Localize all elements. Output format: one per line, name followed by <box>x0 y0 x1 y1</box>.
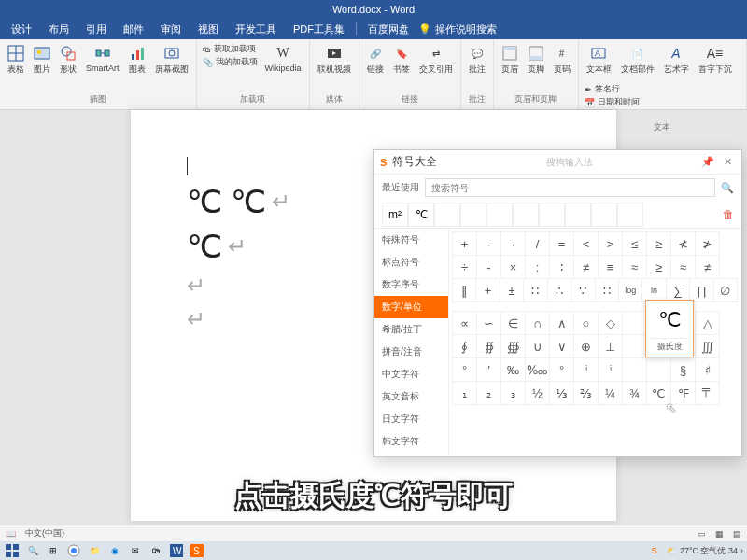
symbol-cell[interactable] <box>646 357 671 382</box>
status-language[interactable]: 中文(中国) <box>25 527 64 539</box>
ribbon-smartart[interactable]: SmartArt <box>84 43 121 75</box>
symbol-cell[interactable]: ⁱ <box>573 357 599 382</box>
menu-references[interactable]: 引用 <box>78 22 114 36</box>
ribbon-shapes[interactable]: 形状 <box>58 43 78 77</box>
category-item[interactable]: 数字序号 <box>374 273 448 296</box>
recent-symbol[interactable] <box>434 203 460 227</box>
symbol-cell[interactable]: + <box>475 278 500 302</box>
symbol-cell[interactable]: ½ <box>525 381 550 405</box>
symbol-cell[interactable]: ± <box>500 278 524 302</box>
search-icon[interactable]: 🔍 <box>721 182 734 194</box>
symbol-cell[interactable]: ∧ <box>549 311 574 335</box>
recent-symbol[interactable] <box>591 203 617 227</box>
ribbon-bookmark[interactable]: 🔖书签 <box>391 43 412 77</box>
ribbon-docparts[interactable]: 📄文档部件 <box>619 43 656 77</box>
category-item[interactable]: 希腊/拉丁 <box>374 318 448 341</box>
ribbon-get-addins[interactable]: 🛍获取加载项 <box>203 43 258 55</box>
recent-symbol[interactable] <box>617 203 643 227</box>
symbol-cell[interactable]: ≠ <box>695 255 720 279</box>
symbol-cell[interactable]: ∅ <box>713 278 738 302</box>
taskbar-store-icon[interactable]: 🛍 <box>148 543 164 558</box>
category-item[interactable]: 日文字符 <box>374 408 448 430</box>
symbol-cell[interactable] <box>622 357 647 382</box>
menu-mailings[interactable]: 邮件 <box>116 22 151 36</box>
symbol-cell[interactable]: × <box>500 255 526 279</box>
symbol-cell[interactable]: log <box>618 278 642 302</box>
symbol-cell[interactable]: ⅓ <box>549 381 574 405</box>
symbol-cell[interactable]: ≥ <box>646 255 671 279</box>
recent-symbol[interactable] <box>460 203 486 227</box>
symbol-cell[interactable]: ∷ <box>523 278 547 302</box>
trash-icon[interactable]: 🗑 <box>723 208 734 221</box>
recent-symbol[interactable] <box>565 203 591 227</box>
symbol-cell[interactable]: ∶ <box>549 255 574 279</box>
symbol-cell[interactable]: ◇ <box>598 311 623 335</box>
start-button[interactable] <box>4 543 21 558</box>
symbol-cell[interactable]: ≯ <box>695 231 720 256</box>
taskbar-edge-icon[interactable]: ◉ <box>106 543 123 558</box>
symbol-cell[interactable]: ÷ <box>452 255 477 279</box>
taskbar-word-icon[interactable]: W <box>168 543 185 558</box>
ribbon-chart[interactable]: 图表 <box>127 43 148 77</box>
symbol-cell[interactable]: ℃ <box>646 381 671 405</box>
symbol-cell[interactable]: ≤ <box>622 231 647 256</box>
symbol-cell[interactable]: ≈ <box>622 255 647 279</box>
symbol-cell[interactable]: ‱ <box>525 357 550 382</box>
symbol-cell[interactable]: ° <box>549 357 574 382</box>
symbol-cell[interactable]: ° <box>452 357 477 382</box>
symbol-cell[interactable] <box>622 311 647 335</box>
recent-symbol[interactable] <box>539 203 565 227</box>
menu-devtools[interactable]: 开发工具 <box>228 22 284 36</box>
menu-review[interactable]: 审阅 <box>153 22 189 36</box>
ribbon-wordart[interactable]: A艺术字 <box>662 43 691 77</box>
panel-titlebar[interactable]: S 符号大全 搜狗输入法 📌 ✕ <box>374 150 741 175</box>
symbol-cell[interactable]: ′ <box>476 357 501 382</box>
ribbon-dropcap[interactable]: A≡首字下沉 <box>697 43 734 77</box>
symbol-cell[interactable]: ∝ <box>452 311 477 335</box>
ribbon-pagenum[interactable]: #页码 <box>552 43 572 77</box>
ribbon-my-addins[interactable]: 📎我的加载项 <box>203 56 258 68</box>
status-book-icon[interactable]: 📖 <box>6 529 16 539</box>
recent-symbol[interactable]: ℃ <box>408 203 434 227</box>
ribbon-link[interactable]: 🔗链接 <box>365 43 386 77</box>
symbol-cell[interactable]: < <box>573 231 599 256</box>
symbol-cell[interactable]: ₁ <box>452 381 477 405</box>
symbol-cell[interactable]: △ <box>695 311 720 335</box>
recent-symbol[interactable] <box>513 203 539 227</box>
category-item[interactable]: 英文音标 <box>374 385 448 408</box>
symbol-cell[interactable]: ∮ <box>452 334 477 358</box>
taskbar-explorer-icon[interactable]: 📁 <box>86 543 103 558</box>
category-item[interactable]: 特殊符号 <box>374 229 448 251</box>
menu-view[interactable]: 视图 <box>190 22 226 36</box>
symbol-cell[interactable]: > <box>598 231 623 256</box>
category-item[interactable]: 数字/单位 <box>374 296 448 318</box>
symbol-cell[interactable]: ⊥ <box>598 334 623 358</box>
symbol-cell[interactable]: ℉ <box>670 381 696 405</box>
category-item[interactable]: 标点符号 <box>374 251 448 273</box>
symbol-cell[interactable]: / <box>525 231 550 256</box>
symbol-cell[interactable]: ♯ <box>695 357 720 382</box>
symbol-cell[interactable]: ∩ <box>525 311 550 335</box>
symbol-cell[interactable]: ∴ <box>547 278 571 302</box>
symbol-cell[interactable]: - <box>476 255 501 279</box>
symbol-cell[interactable]: ≮ <box>670 231 696 256</box>
tray-sogou-icon[interactable]: S <box>646 543 663 558</box>
symbol-cell[interactable]: § <box>670 357 696 382</box>
view-read-icon[interactable]: ▭ <box>698 529 706 539</box>
ribbon-table[interactable]: 表格 <box>6 43 26 77</box>
ribbon-header[interactable]: 页眉 <box>500 43 520 77</box>
recent-symbol[interactable] <box>486 203 513 227</box>
taskbar-taskview-icon[interactable]: ⊞ <box>45 543 62 558</box>
symbol-cell[interactable]: ≠ <box>573 255 599 279</box>
symbol-cell[interactable]: : <box>525 255 550 279</box>
symbol-cell[interactable]: - <box>476 231 501 256</box>
ribbon-textbox[interactable]: A文本框 <box>585 43 613 77</box>
taskbar-weather[interactable]: ⛅27°C 空气优 34› <box>667 545 743 557</box>
symbol-cell[interactable]: ₂ <box>476 381 501 405</box>
menu-design[interactable]: 设计 <box>4 22 39 36</box>
symbol-cell[interactable]: ∷ <box>595 278 619 302</box>
tell-me-search[interactable]: 💡 操作说明搜索 <box>418 22 497 36</box>
symbol-cell[interactable]: ⅔ <box>573 381 599 405</box>
menu-baidu[interactable]: 百度网盘 <box>360 22 416 36</box>
ribbon-online-video[interactable]: 联机视频 <box>316 43 353 77</box>
